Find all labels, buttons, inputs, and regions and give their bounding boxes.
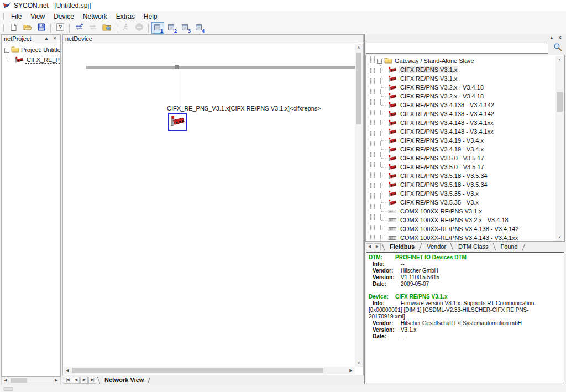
last-view-button[interactable]: ▶| xyxy=(88,377,96,384)
scroll-thumb[interactable] xyxy=(72,368,323,373)
menu-network[interactable]: Network xyxy=(78,12,112,21)
new-project-button[interactable] xyxy=(7,22,20,34)
window-layout-2-button[interactable]: 2 xyxy=(165,22,178,34)
scroll-up-button[interactable]: ∧ xyxy=(555,56,564,64)
search-input[interactable] xyxy=(366,43,548,54)
save-project-button[interactable] xyxy=(35,22,48,34)
network-catalog-button[interactable] xyxy=(100,22,113,34)
scroll-up-button[interactable]: ∧ xyxy=(355,44,363,51)
scroll-thumb[interactable] xyxy=(356,53,361,124)
catalog-item[interactable]: COMX 100XX-RE/PNS V3.4.138 - V3.4.142 xyxy=(366,224,564,233)
prev-view-button[interactable]: ◀ xyxy=(72,377,80,384)
delete-device-button[interactable] xyxy=(86,22,99,34)
collapse-expander-icon[interactable] xyxy=(377,59,382,64)
window-layout-1-button[interactable]: 1 xyxy=(151,22,164,34)
first-view-button[interactable]: |◀ xyxy=(64,377,71,384)
catalog-item[interactable]: CIFX RE/PNS V3.5.0 - V3.5.17 xyxy=(366,163,564,171)
tabs-scroll-left-button[interactable]: ◀ xyxy=(366,243,373,250)
menu-extras[interactable]: Extras xyxy=(112,12,139,21)
catalog-item-label: CIFX RE/PNS V3.1.x xyxy=(399,75,458,82)
scroll-down-button[interactable]: ∨ xyxy=(355,359,363,367)
catalog-item[interactable]: CIFX RE/PNS V3.2.x - V3.4.18 xyxy=(366,92,564,101)
menu-view[interactable]: View xyxy=(26,12,49,21)
info-spacer xyxy=(369,288,562,294)
catalog-item[interactable]: CIFX RE/PNS V3.2.x - V3.4.18 xyxy=(366,83,564,92)
scroll-left-button[interactable]: ◀ xyxy=(64,367,71,374)
tab-found[interactable]: Found xyxy=(497,243,522,250)
tab-network-view[interactable]: Network View xyxy=(101,377,147,383)
open-project-button[interactable] xyxy=(21,22,34,34)
panel-close-button[interactable]: ✕ xyxy=(51,35,58,42)
catalog-item[interactable]: COMX 100XX-RE/PNS V3.4.143 - V3.4.1xx xyxy=(366,233,564,242)
catalog-item-label: CIFX RE/PNS V3.5.35 - V3.x xyxy=(399,190,480,197)
catalog-item[interactable]: COMX 100XX-RE/PNS V3.2.x - V3.4.18 xyxy=(366,216,564,224)
cifx-device-icon xyxy=(388,75,397,82)
catalog-item[interactable]: CIFX RE/PNS V3.5.35 - V3.x xyxy=(366,198,564,207)
catalog-item[interactable]: CIFX RE/PNS V3.5.35 - V3.x xyxy=(366,189,564,198)
folder-icon xyxy=(384,57,392,65)
tab-dtm-class[interactable]: DTM Class xyxy=(454,243,492,250)
device-node[interactable] xyxy=(168,113,187,131)
panel-close-button[interactable]: ✕ xyxy=(557,35,563,41)
bus-line[interactable] xyxy=(86,66,356,69)
catalog-item[interactable]: COMX 100XX-RE/PNS V3.1.x xyxy=(366,207,564,216)
project-device-node[interactable]: CIFX_RE_PN xyxy=(2,54,60,64)
scroll-right-button[interactable]: ▶ xyxy=(347,367,355,374)
scroll-down-button[interactable]: ∨ xyxy=(555,232,564,241)
catalog-item[interactable]: CIFX RE/PNS V3.1.x xyxy=(366,74,564,83)
scroll-left-button[interactable]: ◀ xyxy=(2,377,9,384)
catalog-vertical-scrollbar[interactable]: ∧ ∨ xyxy=(555,56,564,241)
start-debug-button[interactable] xyxy=(119,22,132,34)
dock-pin-button[interactable]: ▲ xyxy=(43,35,50,42)
scroll-track[interactable] xyxy=(355,51,363,359)
catalog-item[interactable]: CIFX RE/PNS V3.4.143 - V3.4.1xx xyxy=(366,118,564,127)
toolbar-separator xyxy=(50,24,51,33)
menu-device[interactable]: Device xyxy=(49,12,78,21)
catalog-item[interactable]: CIFX RE/PNS V3.4.143 - V3.4.1xx xyxy=(366,127,564,136)
catalog-item[interactable]: CIFX RE/PNS V3.5.18 - V3.5.34 xyxy=(366,180,564,189)
help-button[interactable]: ? xyxy=(54,22,66,34)
scroll-track[interactable] xyxy=(71,367,347,374)
catalog-item-label: CIFX RE/PNS V3.4.143 - V3.4.1xx xyxy=(399,128,495,135)
catalog-item-label: COMX 100XX-RE/PNS V3.4.138 - V3.4.142 xyxy=(399,226,520,232)
comx-device-icon xyxy=(388,234,397,242)
window-title: SYCON.net - [Untitled.spj] xyxy=(14,2,91,9)
info-row-label: Version: xyxy=(369,327,401,333)
project-root-node[interactable]: Project: Untitled xyxy=(2,43,60,54)
scroll-track[interactable] xyxy=(555,64,564,232)
tab-separator xyxy=(450,243,454,251)
stop-debug-button[interactable] xyxy=(133,22,145,34)
menu-file[interactable]: File xyxy=(7,12,26,21)
catalog-item[interactable]: CIFX RE/PNS V3.5.0 - V3.5.17 xyxy=(366,154,564,163)
scroll-track[interactable] xyxy=(9,377,53,384)
panel-splitter[interactable] xyxy=(364,34,365,384)
menu-help[interactable]: Help xyxy=(139,12,162,21)
project-horizontal-scrollbar[interactable]: ◀ ▶ xyxy=(1,377,61,384)
catalog-item[interactable]: CIFX RE/PNS V3.4.19 - V3.4.x xyxy=(366,145,564,154)
tab-fieldbus[interactable]: Fieldbus xyxy=(386,243,418,250)
dock-pin-button[interactable]: ▲ xyxy=(548,35,555,41)
search-icon xyxy=(553,43,562,54)
scroll-thumb[interactable] xyxy=(557,92,563,112)
collapse-expander-icon[interactable] xyxy=(4,48,9,53)
info-row-label: Info: xyxy=(369,300,401,307)
canvas-vertical-scrollbar[interactable]: ∧ ∨ xyxy=(355,44,363,367)
catalog-item[interactable]: CIFX RE/PNS V3.4.138 - V3.4.142 xyxy=(366,109,564,118)
scroll-right-button[interactable]: ▶ xyxy=(53,377,60,384)
network-canvas[interactable]: CIFX_RE_PNS_V3.1.x[CIFX RE/PNS V3.1.x]<c… xyxy=(62,43,364,375)
catalog-item[interactable]: CIFX RE/PNS V3.1.x xyxy=(366,65,564,74)
catalog-item[interactable]: CIFX RE/PNS V3.4.138 - V3.4.142 xyxy=(366,101,564,109)
catalog-item[interactable]: CIFX RE/PNS V3.5.18 - V3.5.34 xyxy=(366,171,564,180)
tabs-scroll-right-button[interactable]: ▶ xyxy=(374,243,381,250)
canvas-horizontal-scrollbar[interactable]: ◀ ▶ xyxy=(64,367,355,374)
catalog-item[interactable]: CIFX RE/PNS V3.4.19 - V3.4.x xyxy=(366,136,564,145)
window-layout-3-button[interactable]: 3 xyxy=(179,22,192,34)
catalog-root-node[interactable]: Gateway / Stand-Alone Slave xyxy=(366,56,564,65)
window-layout-4-button[interactable]: 4 xyxy=(193,22,206,34)
tab-vendor[interactable]: Vendor xyxy=(423,243,450,250)
next-view-button[interactable]: ▶ xyxy=(80,377,88,384)
scroll-thumb[interactable] xyxy=(11,378,27,383)
catalog-item-label: CIFX RE/PNS V3.5.18 - V3.5.34 xyxy=(399,181,489,188)
search-button[interactable] xyxy=(551,43,564,54)
insert-device-button[interactable]: + xyxy=(72,22,85,34)
